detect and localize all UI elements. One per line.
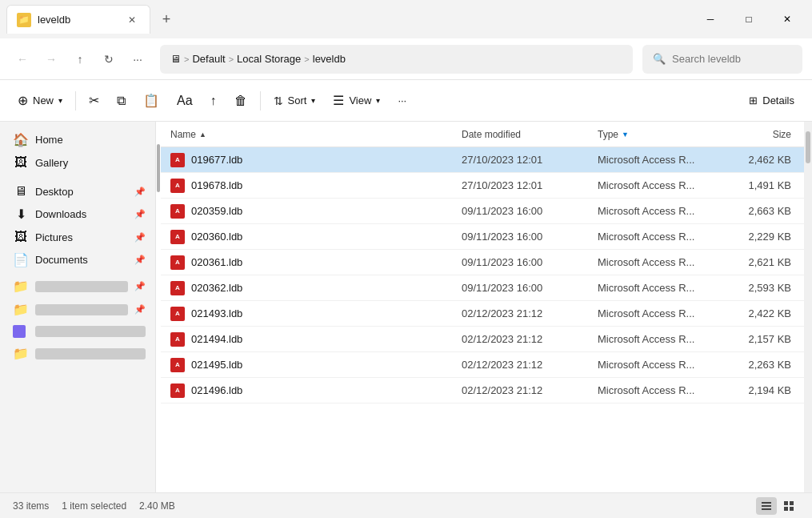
table-row[interactable]: A 019677.ldb 27/10/2023 12:01 Microsoft … <box>161 147 804 173</box>
sidebar-item-downloads[interactable]: ⬇ Downloads 📌 <box>0 203 155 226</box>
refresh-button[interactable]: ↻ <box>96 46 122 72</box>
forward-button[interactable]: → <box>38 46 64 72</box>
ldb-file-icon: A <box>170 332 185 347</box>
home-icon: 🏠 <box>13 132 29 147</box>
table-row[interactable]: A 021494.ldb 02/12/2023 21:12 Microsoft … <box>161 327 804 352</box>
cell-size: 1,491 KB <box>724 179 804 191</box>
table-row[interactable]: A 021496.ldb 02/12/2023 21:12 Microsoft … <box>161 378 804 404</box>
filelist-body: A 019677.ldb 27/10/2023 12:01 Microsoft … <box>161 147 804 404</box>
cell-type: Microsoft Access R... <box>588 359 724 371</box>
sidebar-item-pictures[interactable]: 🖼 Pictures 📌 <box>0 226 155 248</box>
list-view-icon <box>761 500 772 512</box>
sidebar-item-home[interactable]: 🏠 Home <box>0 128 155 151</box>
filename: 020362.ldb <box>191 282 242 294</box>
pictures-icon: 🖼 <box>13 230 29 244</box>
table-row[interactable]: A 020361.ldb 09/11/2023 16:00 Microsoft … <box>161 250 804 275</box>
back-button[interactable]: ← <box>10 46 35 72</box>
sidebar-item-gallery[interactable]: 🖼 Gallery <box>0 151 155 174</box>
filename: 020359.ldb <box>191 205 242 217</box>
right-scrollthumb[interactable] <box>806 131 810 163</box>
right-scrollbar[interactable] <box>804 122 812 492</box>
blurred3-icon <box>13 325 26 338</box>
cell-date: 09/11/2023 16:00 <box>452 256 588 268</box>
cell-name: A 020362.ldb <box>161 281 452 295</box>
breadcrumb[interactable]: 🖥 > Default > Local Storage > leveldb <box>160 45 633 74</box>
list-view-button[interactable] <box>756 497 777 515</box>
cell-size: 2,263 KB <box>724 359 804 371</box>
sidebar-item-documents[interactable]: 📄 Documents 📌 <box>0 248 155 271</box>
breadcrumb-leveldb[interactable]: leveldb <box>313 53 346 65</box>
cell-name: A 020360.ldb <box>161 230 452 244</box>
paste-button[interactable]: 📋 <box>135 86 167 115</box>
documents-icon: 📄 <box>13 252 29 267</box>
table-row[interactable]: A 019678.ldb 27/10/2023 12:01 Microsoft … <box>161 173 804 199</box>
sidebar-blurred2-label <box>35 304 128 315</box>
sidebar-scrollthumb[interactable] <box>157 144 160 192</box>
share-icon: ↑ <box>210 94 217 108</box>
cut-button[interactable]: ✂ <box>81 86 107 115</box>
breadcrumb-default[interactable]: Default <box>192 53 225 65</box>
active-tab[interactable]: 📁 leveldb ✕ <box>6 5 150 34</box>
up-button[interactable]: ↑ <box>67 46 93 72</box>
rename-icon: Aa <box>177 94 193 108</box>
view-button[interactable]: ☰ View ▾ <box>325 86 388 115</box>
search-box[interactable]: 🔍 <box>642 45 802 74</box>
toolbar: ⊕ New ▾ ✂ ⧉ 📋 Aa ↑ 🗑 ⇅ Sort ▾ ☰ View ▾ ·… <box>0 80 812 122</box>
table-row[interactable]: A 020360.ldb 09/11/2023 16:00 Microsoft … <box>161 224 804 250</box>
cell-date: 02/12/2023 21:12 <box>452 307 588 319</box>
sidebar-item-blurred4[interactable]: 📁 <box>0 342 155 365</box>
gallery-icon: 🖼 <box>13 155 29 170</box>
sidebar-item-blurred3[interactable] <box>0 321 155 342</box>
sidebar-blurred4-label <box>35 348 146 359</box>
close-button[interactable]: ✕ <box>769 6 806 32</box>
col-header-size[interactable]: Size <box>724 122 804 147</box>
sidebar-item-desktop[interactable]: 🖥 Desktop 📌 <box>0 180 155 203</box>
table-row[interactable]: A 020362.ldb 09/11/2023 16:00 Microsoft … <box>161 275 804 301</box>
col-header-name[interactable]: Name ▲ <box>161 122 452 147</box>
table-row[interactable]: A 021495.ldb 02/12/2023 21:12 Microsoft … <box>161 352 804 378</box>
col-name-sort-icon: ▲ <box>199 131 206 139</box>
search-input[interactable] <box>672 53 792 65</box>
sidebar-scrolltrack[interactable] <box>156 122 161 492</box>
col-header-date[interactable]: Date modified <box>452 122 588 147</box>
filelist-header: Name ▲ Date modified Type ▼ Size <box>161 122 804 147</box>
more-options-button[interactable]: ··· <box>390 86 414 115</box>
breadcrumb-localstorage[interactable]: Local Storage <box>237 53 301 65</box>
minimize-button[interactable]: ─ <box>692 6 729 32</box>
toolbar-separator-1 <box>75 91 76 110</box>
cell-size: 2,462 KB <box>724 154 804 166</box>
downloads-pin-icon: 📌 <box>134 209 146 219</box>
maximize-button[interactable]: □ <box>730 6 767 32</box>
share-button[interactable]: ↑ <box>202 86 225 115</box>
col-header-type[interactable]: Type ▼ <box>588 122 724 147</box>
filename: 021493.ldb <box>191 307 242 319</box>
table-row[interactable]: A 020359.ldb 09/11/2023 16:00 Microsoft … <box>161 199 804 224</box>
cell-size: 2,663 KB <box>724 205 804 217</box>
filename: 020361.ldb <box>191 256 242 268</box>
sidebar-item-blurred1[interactable]: 📁 📌 <box>0 275 155 298</box>
desktop-icon: 🖥 <box>13 184 29 199</box>
filename: 021494.ldb <box>191 333 242 345</box>
col-type-label: Type <box>598 129 618 140</box>
more-locations-button[interactable]: ··· <box>125 46 150 72</box>
sidebar-item-blurred2[interactable]: 📁 📌 <box>0 298 155 321</box>
table-row[interactable]: A 021493.ldb 02/12/2023 21:12 Microsoft … <box>161 301 804 327</box>
tab-close-button[interactable]: ✕ <box>124 12 140 28</box>
details-button[interactable]: ⊞ Details <box>741 90 802 111</box>
cell-type: Microsoft Access R... <box>588 205 724 217</box>
rename-button[interactable]: Aa <box>169 86 201 115</box>
cell-date: 02/12/2023 21:12 <box>452 359 588 371</box>
grid-view-icon <box>783 500 794 512</box>
col-type-sort-icon: ▼ <box>622 131 629 139</box>
grid-view-button[interactable] <box>778 497 799 515</box>
sort-button[interactable]: ⇅ Sort ▾ <box>266 86 324 115</box>
new-tab-button[interactable]: + <box>154 6 179 32</box>
new-button[interactable]: ⊕ New ▾ <box>10 86 70 115</box>
copy-button[interactable]: ⧉ <box>109 86 134 115</box>
tab-area: 📁 leveldb ✕ + <box>6 5 686 34</box>
documents-pin-icon: 📌 <box>134 255 146 265</box>
blurred2-pin-icon: 📌 <box>134 304 146 315</box>
cell-name: A 020361.ldb <box>161 255 452 270</box>
cell-date: 09/11/2023 16:00 <box>452 231 588 243</box>
delete-button[interactable]: 🗑 <box>226 86 255 115</box>
